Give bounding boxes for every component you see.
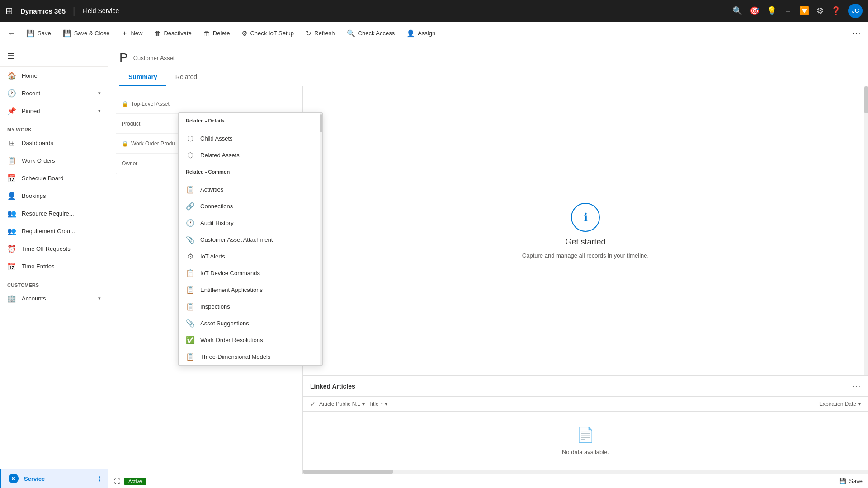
expand-icon[interactable]: ⛶	[114, 478, 120, 485]
timeline-scrollbar[interactable]	[864, 86, 868, 375]
sidebar-item-dashboards[interactable]: ⊞ Dashboards	[0, 134, 108, 152]
lightbulb-icon[interactable]: 💡	[767, 6, 777, 16]
lock-icon: 🔒	[122, 101, 128, 107]
dropdown-item-asset-suggestions[interactable]: 📎 Asset Suggestions	[179, 315, 322, 332]
sidebar-item-accounts[interactable]: 🏢 Accounts ▾	[0, 290, 108, 307]
add-icon[interactable]: ＋	[784, 5, 792, 16]
dropdown-item-iot-alerts[interactable]: ⚙ IoT Alerts	[179, 248, 322, 265]
commandbar: ← 💾 Save 💾 Save & Close ＋ New 🗑 Deactiva…	[0, 22, 868, 45]
target-icon[interactable]: 🎯	[750, 6, 760, 16]
sidebar-toggle[interactable]: ☰	[0, 45, 108, 67]
sidebar-item-service[interactable]: S Service ⟩	[0, 469, 108, 488]
lock-icon-2: 🔒	[122, 141, 128, 147]
iot-alerts-icon: ⚙	[186, 252, 195, 261]
dropdown-item-activities[interactable]: 📋 Activities	[179, 181, 322, 198]
col-article-public-num[interactable]: Article Public N... ▾	[319, 401, 365, 407]
checkbox-col[interactable]: ✓	[310, 400, 316, 408]
col-sort-icon: ▾	[362, 401, 365, 407]
child-assets-icon: ⬡	[186, 134, 195, 143]
dropdown-item-child-assets[interactable]: ⬡ Child Assets	[179, 130, 322, 147]
deactivate-button[interactable]: 🗑 Deactivate	[149, 25, 197, 42]
inspections-icon: 📋	[186, 302, 195, 311]
help-icon[interactable]: ❓	[831, 6, 841, 16]
sidebar-item-work-orders[interactable]: 📋 Work Orders	[0, 152, 108, 169]
resource-req-icon: 👥	[7, 209, 16, 218]
accounts-icon: 🏢	[7, 294, 16, 303]
dropdown-item-related-assets[interactable]: ⬡ Related Assets	[179, 147, 322, 164]
entitlement-applications-icon: 📋	[186, 286, 195, 294]
col-expiration-date[interactable]: Expiration Date ▾	[819, 401, 861, 407]
recent-chevron-icon: ▾	[98, 90, 101, 96]
sidebar-item-resource-req[interactable]: 👥 Resource Require...	[0, 205, 108, 222]
delete-icon: 🗑	[203, 29, 210, 37]
dropdown-item-entitlement-applications[interactable]: 📋 Entitlement Applications	[179, 282, 322, 298]
related-assets-icon: ⬡	[186, 151, 195, 160]
sidebar-item-time-off[interactable]: ⏰ Time Off Requests	[0, 240, 108, 258]
sidebar: ☰ 🏠 Home 🕐 Recent ▾ 📌 Pinned ▾ My Work ⊞…	[0, 45, 108, 488]
filter-icon[interactable]: 🔽	[799, 6, 809, 16]
related-dropdown: Related - Details ⬡ Child Assets ⬡ Relat…	[178, 112, 323, 366]
bookings-icon: 👤	[7, 192, 16, 200]
dropdown-item-work-order-resolutions[interactable]: ✅ Work Order Resolutions	[179, 332, 322, 348]
sidebar-item-pinned[interactable]: 📌 Pinned ▾	[0, 102, 108, 120]
sidebar-item-requirement-grp[interactable]: 👥 Requirement Grou...	[0, 222, 108, 240]
record-tabs: Summary Related	[119, 69, 857, 86]
accounts-chevron-icon: ▾	[98, 296, 101, 301]
dropdown-scrollbar[interactable]	[320, 113, 322, 365]
back-button[interactable]: ←	[4, 25, 20, 42]
search-icon[interactable]: 🔍	[732, 6, 742, 16]
check-access-button[interactable]: 🔍 Check Access	[341, 25, 401, 42]
sidebar-item-bookings[interactable]: 👤 Bookings	[0, 187, 108, 205]
articles-more-button[interactable]: ⋯	[852, 381, 861, 392]
dropdown-item-audit-history[interactable]: 🕐 Audit History	[179, 215, 322, 231]
connections-icon: 🔗	[186, 202, 195, 211]
form-row-top-level-asset: 🔒 Top-Level Asset	[116, 94, 295, 114]
work-order-resolutions-icon: ✅	[186, 336, 195, 344]
dropdown-item-iot-device-commands[interactable]: 📋 IoT Device Commands	[179, 265, 322, 282]
sidebar-item-recent[interactable]: 🕐 Recent ▾	[0, 84, 108, 102]
settings-icon[interactable]: ⚙	[816, 6, 824, 16]
col-title[interactable]: Title ↑ ▾	[368, 401, 387, 407]
time-off-icon: ⏰	[7, 244, 16, 253]
waffle-icon[interactable]: ⊞	[5, 5, 13, 16]
timeline-title: Get started	[565, 237, 605, 247]
more-button[interactable]: ⋯	[848, 25, 864, 42]
record-subtitle: Customer Asset	[133, 55, 175, 61]
record-header: P Customer Asset Summary Related	[108, 45, 868, 86]
asset-suggestions-icon: 📎	[186, 319, 195, 328]
section-mywork: My Work	[0, 120, 108, 134]
dropdown-scroll-area[interactable]: Related - Details ⬡ Child Assets ⬡ Relat…	[179, 113, 322, 365]
check-iot-button[interactable]: ⚙ Check IoT Setup	[236, 25, 299, 42]
delete-button[interactable]: 🗑 Delete	[198, 25, 236, 42]
user-avatar[interactable]: JC	[848, 4, 863, 18]
sidebar-bottom: S Service ⟩	[0, 469, 108, 488]
new-icon: ＋	[121, 29, 128, 38]
articles-header: Linked Articles ⋯	[303, 376, 868, 397]
hamburger-icon: ☰	[7, 51, 14, 61]
timeline-scroll-thumb	[864, 86, 868, 113]
brand-title: Dynamics 365	[20, 7, 66, 15]
articles-scrollbar[interactable]	[303, 470, 868, 474]
tab-related[interactable]: Related	[166, 69, 206, 86]
sidebar-item-schedule-board[interactable]: 📅 Schedule Board	[0, 169, 108, 187]
save-icon: 💾	[26, 29, 35, 38]
statusbar: ⛶ Active 💾 Save	[108, 474, 868, 488]
dropdown-item-customer-asset-attachment[interactable]: 📎 Customer Asset Attachment	[179, 231, 322, 248]
sidebar-item-home[interactable]: 🏠 Home	[0, 67, 108, 84]
col-sort-expiry-icon: ▾	[858, 401, 861, 407]
service-expand-icon[interactable]: ⟩	[99, 475, 101, 482]
dropdown-item-connections[interactable]: 🔗 Connections	[179, 198, 322, 215]
refresh-icon: ↻	[306, 29, 311, 38]
refresh-button[interactable]: ↻ Refresh	[300, 25, 340, 42]
pinned-chevron-icon: ▾	[98, 108, 101, 114]
save-close-button[interactable]: 💾 Save & Close	[57, 25, 115, 42]
sidebar-item-time-entries[interactable]: 📅 Time Entries	[0, 258, 108, 275]
new-button[interactable]: ＋ New	[116, 25, 148, 42]
assign-icon: 👤	[406, 29, 415, 38]
tab-summary[interactable]: Summary	[119, 69, 166, 86]
statusbar-save-button[interactable]: 💾 Save	[839, 478, 863, 484]
assign-button[interactable]: 👤 Assign	[401, 25, 441, 42]
dropdown-item-three-dimensional-models[interactable]: 📋 Three-Dimensional Models	[179, 348, 322, 365]
dropdown-item-inspections[interactable]: 📋 Inspections	[179, 298, 322, 315]
save-button[interactable]: 💾 Save	[21, 25, 57, 42]
